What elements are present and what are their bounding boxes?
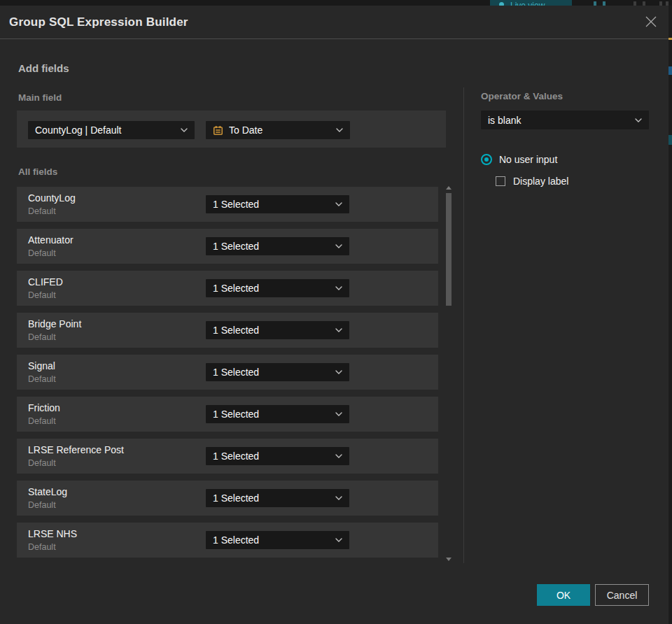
display-label-checkbox[interactable] <box>496 176 505 186</box>
chevron-down-icon <box>335 370 342 374</box>
scrollbar-down-arrow-icon[interactable] <box>446 558 451 561</box>
field-subtitle: Default <box>28 416 56 426</box>
field-select-value: 1 Selected <box>213 492 331 504</box>
no-user-input-radio[interactable] <box>481 154 492 165</box>
field-select-value: 1 Selected <box>213 199 331 210</box>
toolbar-bar-icon <box>594 1 596 6</box>
field-name: LRSE NHS <box>28 528 77 539</box>
field-subtitle: Default <box>28 332 56 342</box>
field-name: LRSE Reference Post <box>28 444 124 455</box>
field-row: Bridge Point Default 1 Selected <box>17 313 438 348</box>
scrollbar-up-arrow-icon[interactable] <box>446 186 451 190</box>
field-name: StateLog <box>28 486 67 497</box>
column-divider <box>463 87 464 563</box>
background-accent-fragment <box>668 135 672 145</box>
group-sql-expression-builder-dialog: Group SQL Expression Builder Add fields … <box>0 6 668 624</box>
field-subtitle: Default <box>28 206 56 216</box>
live-view-label: Live view <box>510 1 545 6</box>
field-row: StateLog Default 1 Selected <box>17 481 438 516</box>
all-fields-heading: All fields <box>18 166 57 177</box>
chevron-down-icon <box>635 118 642 122</box>
live-view-button-fragment: Live view <box>490 0 572 6</box>
field-values-select[interactable]: 1 Selected <box>206 363 349 381</box>
toolbar-bar-icon <box>643 1 645 6</box>
field-name: Friction <box>28 402 60 413</box>
scrollbar-thumb[interactable] <box>446 193 451 306</box>
chevron-down-icon <box>181 128 188 132</box>
background-accent-fragment <box>668 38 672 40</box>
calendar-icon <box>213 125 223 136</box>
field-values-select[interactable]: 1 Selected <box>206 447 349 465</box>
field-name: Signal <box>28 360 55 371</box>
dialog-header: Group SQL Expression Builder <box>0 6 668 38</box>
field-values-select[interactable]: 1 Selected <box>206 237 349 255</box>
toolbar-bar-icon <box>659 1 662 6</box>
field-values-select[interactable]: 1 Selected <box>206 321 349 339</box>
field-values-select[interactable]: 1 Selected <box>206 405 349 423</box>
background-app-right-sliver <box>668 6 672 624</box>
field-select-value: 1 Selected <box>213 283 331 294</box>
field-name: Attenuator <box>28 234 74 246</box>
chevron-down-icon <box>335 454 342 458</box>
display-label-text: Display label <box>513 176 568 187</box>
display-label-checkbox-row[interactable]: Display label <box>496 176 568 187</box>
field-row: CountyLog Default 1 Selected <box>17 187 438 222</box>
cancel-button[interactable]: Cancel <box>595 584 649 606</box>
chevron-down-icon <box>335 202 342 206</box>
date-field-select[interactable]: To Date <box>206 121 350 139</box>
field-subtitle: Default <box>28 458 56 468</box>
no-user-input-label: No user input <box>499 154 557 165</box>
field-row: LRSE Reference Post Default 1 Selected <box>17 439 438 474</box>
field-subtitle: Default <box>28 290 56 300</box>
field-row: LRSE NHS Default 1 Selected <box>17 523 438 558</box>
ok-button[interactable]: OK <box>537 584 590 606</box>
close-button[interactable] <box>643 14 659 31</box>
header-divider <box>0 38 668 39</box>
background-app-top-strip: Live view <box>0 0 672 6</box>
live-view-dot-icon <box>499 2 504 6</box>
field-row: Signal Default 1 Selected <box>17 355 438 390</box>
field-name: CountyLog <box>28 192 76 204</box>
field-name: Bridge Point <box>28 318 81 329</box>
operator-select[interactable]: is blank <box>481 111 649 129</box>
field-select-value: 1 Selected <box>213 451 331 462</box>
operator-values-heading: Operator & Values <box>481 91 563 101</box>
chevron-down-icon <box>335 496 342 500</box>
field-values-select[interactable]: 1 Selected <box>206 195 349 213</box>
field-select-value: 1 Selected <box>213 325 331 336</box>
no-user-input-radio-row[interactable]: No user input <box>481 154 557 165</box>
field-values-select[interactable]: 1 Selected <box>206 489 349 507</box>
fields-list-scrollbar[interactable] <box>445 185 453 561</box>
field-values-select[interactable]: 1 Selected <box>206 531 349 549</box>
main-field-panel: CountyLog | Default To Date <box>17 111 446 148</box>
toolbar-bar-icon <box>603 1 606 6</box>
chevron-down-icon <box>335 538 342 542</box>
field-name: CLIFED <box>28 276 63 288</box>
date-select-value: To Date <box>229 125 332 136</box>
field-subtitle: Default <box>28 542 56 552</box>
close-icon <box>645 15 657 30</box>
chevron-down-icon <box>335 412 342 416</box>
toolbar-bar-icon <box>634 1 636 6</box>
field-subtitle: Default <box>28 500 56 510</box>
main-field-select-value: CountyLog | Default <box>35 125 176 136</box>
chevron-down-icon <box>335 286 342 290</box>
field-subtitle: Default <box>28 248 56 258</box>
main-field-select[interactable]: CountyLog | Default <box>28 121 195 139</box>
chevron-down-icon <box>336 128 343 132</box>
add-fields-heading: Add fields <box>18 62 69 74</box>
field-values-select[interactable]: 1 Selected <box>206 279 349 297</box>
chevron-down-icon <box>335 328 342 332</box>
background-accent-fragment <box>668 66 672 75</box>
field-row: Friction Default 1 Selected <box>17 397 438 432</box>
main-field-heading: Main field <box>18 92 62 103</box>
field-select-value: 1 Selected <box>213 534 331 546</box>
field-row: CLIFED Default 1 Selected <box>17 271 438 306</box>
field-row: Attenuator Default 1 Selected <box>17 229 438 264</box>
dialog-title: Group SQL Expression Builder <box>9 6 188 38</box>
field-subtitle: Default <box>28 374 56 384</box>
chevron-down-icon <box>335 244 342 248</box>
field-select-value: 1 Selected <box>213 241 331 252</box>
all-fields-list: CountyLog Default 1 Selected Attenuator … <box>17 187 438 565</box>
field-select-value: 1 Selected <box>213 367 331 378</box>
